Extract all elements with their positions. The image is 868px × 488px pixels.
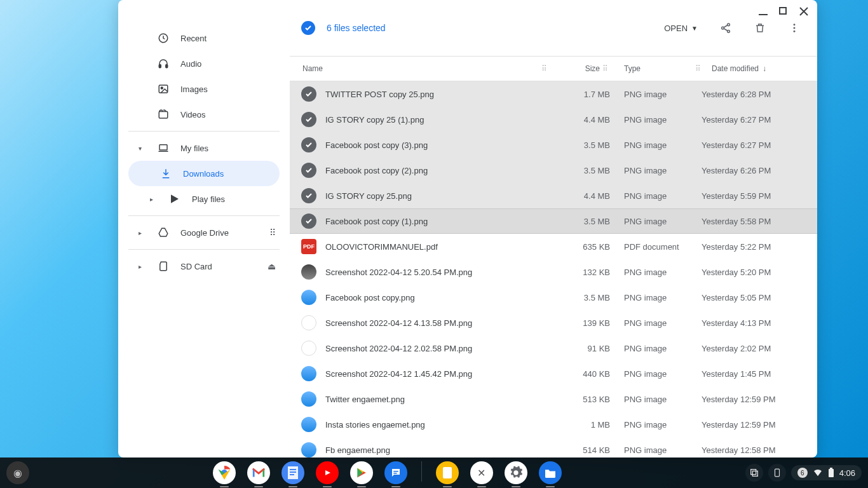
sidebar-item-my-files[interactable]: ▾ My files xyxy=(128,135,280,161)
divider xyxy=(128,131,280,132)
sidebar-item-sd-card[interactable]: ▸ SD Card ⏏ xyxy=(128,254,280,279)
sidebar-item-play-files[interactable]: ▸ Play files xyxy=(128,186,280,212)
file-name: IG STORY copy 25 (1).png xyxy=(325,115,559,125)
keep-app-icon[interactable] xyxy=(436,461,459,484)
file-date: Yesterday 5:59 PM xyxy=(693,191,804,201)
file-thumbnail xyxy=(301,341,316,356)
file-row[interactable]: Screenshot 2022-04-12 1.45.42 PM.png440 … xyxy=(290,361,817,386)
selection-check-icon[interactable] xyxy=(301,21,315,35)
column-resize-handle[interactable]: ⠿ xyxy=(539,64,549,73)
file-row[interactable]: Screenshot 2022-04-12 5.20.54 PM.png132 … xyxy=(290,259,817,285)
file-name: Screenshot 2022-04-12 4.13.58 PM.png xyxy=(325,318,559,328)
sidebar-item-label: My files xyxy=(180,144,208,153)
file-name: Insta stories engaemet.png xyxy=(325,420,559,430)
chevron-right-icon[interactable]: ▸ xyxy=(150,196,158,203)
file-type: PNG image xyxy=(610,217,693,226)
gmail-app-icon[interactable] xyxy=(247,461,270,484)
file-row[interactable]: IG STORY copy 25.png4.4 MBPNG imageYeste… xyxy=(290,183,817,208)
file-size: 3.5 MB xyxy=(559,217,610,226)
more-options-button[interactable] xyxy=(788,22,801,34)
tote-tray-icon[interactable] xyxy=(745,464,763,482)
column-header-size[interactable]: Size xyxy=(549,64,600,73)
selected-check-icon xyxy=(301,112,316,127)
file-row[interactable]: Screenshot 2022-04-12 4.13.58 PM.png139 … xyxy=(290,310,817,336)
share-button[interactable] xyxy=(719,22,732,34)
column-resize-handle[interactable]: ⠿ xyxy=(693,64,703,73)
file-name: Screenshot 2022-04-12 1.45.42 PM.png xyxy=(325,369,559,379)
messages-app-icon[interactable] xyxy=(384,461,407,484)
file-date: Yesterday 1:45 PM xyxy=(693,369,804,379)
file-row[interactable]: PDFOLOOVICTORIMMANUEL.pdf635 KBPDF docum… xyxy=(290,234,817,259)
close-button[interactable] xyxy=(799,7,808,16)
file-type: PNG image xyxy=(610,293,693,302)
google-drive-icon xyxy=(158,227,169,238)
launcher-button[interactable]: ◉ xyxy=(6,461,29,484)
svg-rect-27 xyxy=(775,469,779,477)
file-type: PDF document xyxy=(610,242,693,252)
sort-descending-icon: ↓ xyxy=(763,64,766,73)
phone-hub-icon[interactable] xyxy=(768,464,786,482)
maximize-button[interactable] xyxy=(779,7,788,16)
sidebar-item-google-drive[interactable]: ▸ Google Drive ⠿ xyxy=(128,220,280,245)
clock-label: 4:06 xyxy=(839,468,855,478)
status-tray[interactable]: 6 4:06 xyxy=(791,465,862,480)
sidebar-item-recent[interactable]: Recent xyxy=(128,25,280,51)
selected-check-icon xyxy=(301,214,316,229)
column-header-type[interactable]: Type xyxy=(610,64,693,73)
file-row[interactable]: Twitter engaemet.png513 KBPNG imageYeste… xyxy=(290,386,817,412)
file-row[interactable]: TWITTER POST copy 25.png1.7 MBPNG imageY… xyxy=(290,81,817,107)
file-row[interactable]: Facebook post copy (3).png3.5 MBPNG imag… xyxy=(290,132,817,158)
file-date: Yesterday 12:59 PM xyxy=(693,395,804,404)
minimize-button[interactable] xyxy=(759,7,768,16)
docs-app-icon[interactable] xyxy=(281,461,304,484)
chrome-app-icon[interactable] xyxy=(213,461,236,484)
svg-rect-7 xyxy=(159,112,168,119)
file-date: Yesterday 5:58 PM xyxy=(693,217,804,226)
file-name: Facebook post copy (1).png xyxy=(325,217,559,226)
file-name: Facebook post copy.png xyxy=(325,293,559,302)
sidebar-item-label: Videos xyxy=(180,110,206,119)
sidebar-item-videos[interactable]: Videos xyxy=(128,102,280,127)
sidebar-item-audio[interactable]: Audio xyxy=(128,51,280,76)
chevron-right-icon[interactable]: ▸ xyxy=(139,263,146,270)
file-row[interactable]: Screenshot 2022-04-12 2.02.58 PM.png91 K… xyxy=(290,336,817,361)
sidebar-item-downloads[interactable]: Downloads xyxy=(128,161,280,186)
file-row[interactable]: Facebook post copy.png3.5 MBPNG imageYes… xyxy=(290,285,817,310)
clock-icon xyxy=(158,32,169,44)
column-header-date[interactable]: Date modified ↓ xyxy=(703,64,804,73)
chevron-right-icon[interactable]: ▸ xyxy=(139,229,146,236)
file-date: Yesterday 12:59 PM xyxy=(693,420,804,430)
sidebar-item-label: Downloads xyxy=(183,169,224,179)
file-type: PNG image xyxy=(610,90,693,99)
play-store-app-icon[interactable] xyxy=(350,461,373,484)
open-button-label: OPEN xyxy=(664,24,688,33)
file-date: Yesterday 6:27 PM xyxy=(693,115,804,125)
system-tray[interactable]: 6 4:06 xyxy=(745,464,862,482)
file-type: PNG image xyxy=(610,318,693,328)
svg-rect-29 xyxy=(830,468,832,469)
file-row[interactable]: Insta stories engaemet.png1 MBPNG imageY… xyxy=(290,412,817,437)
files-app-icon[interactable] xyxy=(539,461,562,484)
file-row[interactable]: IG STORY copy 25 (1).png4.4 MBPNG imageY… xyxy=(290,107,817,132)
eject-icon[interactable]: ⏏ xyxy=(268,261,280,271)
delete-button[interactable] xyxy=(754,22,766,34)
chevron-down-icon[interactable]: ▾ xyxy=(139,145,146,152)
sidebar-item-images[interactable]: Images xyxy=(128,76,280,102)
file-date: Yesterday 2:02 PM xyxy=(693,344,804,353)
drag-handle-icon[interactable]: ⠿ xyxy=(269,227,280,238)
youtube-app-icon[interactable] xyxy=(316,461,339,484)
open-button[interactable]: OPEN ▼ xyxy=(664,24,698,33)
column-header-name[interactable]: Name xyxy=(301,64,539,73)
file-size: 1 MB xyxy=(559,420,610,430)
file-date: Yesterday 5:20 PM xyxy=(693,268,804,277)
file-name: IG STORY copy 25.png xyxy=(325,191,559,201)
column-resize-handle[interactable]: ⠿ xyxy=(600,64,610,73)
settings-app-icon[interactable] xyxy=(505,461,527,484)
video-icon xyxy=(158,109,169,120)
file-row[interactable]: Facebook post copy (1).png3.5 MBPNG imag… xyxy=(290,208,817,234)
file-row[interactable]: Fb engaemet.png514 KBPNG imageYesterday … xyxy=(290,437,817,458)
design-app-icon[interactable]: ✕ xyxy=(470,461,493,484)
sidebar-item-label: SD Card xyxy=(180,262,212,271)
file-list[interactable]: TWITTER POST copy 25.png1.7 MBPNG imageY… xyxy=(290,81,817,458)
file-row[interactable]: Facebook post copy (2).png3.5 MBPNG imag… xyxy=(290,158,817,183)
